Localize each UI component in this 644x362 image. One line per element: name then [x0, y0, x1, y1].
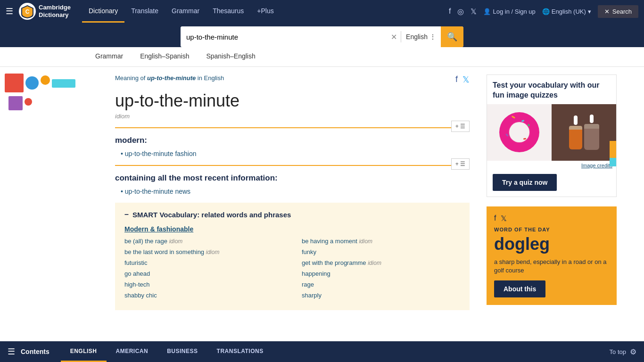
vocab-link-9[interactable]: get with the programme idiom: [302, 259, 460, 266]
search-row: ✕ English ⋮ 🔍: [0, 23, 644, 47]
vocab-link-3[interactable]: futuristic: [124, 259, 283, 266]
twitter-share-icon[interactable]: 𝕏: [462, 74, 470, 85]
vocab-col-left: be (all) the rage idiom be the last word…: [124, 238, 283, 303]
wotd-twitter-icon[interactable]: 𝕏: [501, 214, 507, 223]
wotd-social-links: f 𝕏: [494, 214, 609, 223]
share-icons: f 𝕏: [455, 74, 470, 85]
search-submit-button[interactable]: 🔍: [441, 26, 463, 47]
search-top-button[interactable]: ✕ Search: [598, 5, 638, 18]
subnav-english-spanish[interactable]: English–Spanish: [139, 47, 190, 67]
nav-plus[interactable]: +Plus: [250, 0, 280, 23]
globe-icon: 🌐: [542, 8, 550, 15]
language-selector[interactable]: 🌐 English (UK) ▾: [542, 8, 591, 15]
smart-vocab-toggle[interactable]: – SMART Vocabulary: related words and ph…: [124, 210, 460, 219]
main-layout: Meaning of up-to-the-minute in English f…: [0, 67, 644, 318]
vocab-col-right: be having a moment idiom funky get with …: [302, 238, 460, 303]
subnav-grammar[interactable]: Grammar: [94, 47, 124, 67]
vocab-link-12[interactable]: sharply: [302, 292, 460, 299]
word-of-the-day-box: f 𝕏 WORD OF THE DAY dogleg a sharp bend,…: [487, 206, 617, 305]
deco-circle-orange: [41, 75, 50, 85]
quiz-images: [487, 104, 616, 161]
vocab-link-10[interactable]: happening: [302, 270, 460, 277]
vocab-link-5[interactable]: high-tech: [124, 281, 283, 288]
vocab-section-title[interactable]: Modern & fashionable: [124, 225, 460, 233]
definition-heading-2: containing all the most recent informati…: [115, 173, 470, 183]
image-credits[interactable]: Image credits: [487, 161, 616, 170]
instagram-icon[interactable]: ◎: [457, 7, 464, 16]
main-content: Meaning of up-to-the-minute in English f…: [104, 67, 481, 318]
definition-heading-1: modern:: [115, 136, 470, 145]
top-navigation: ☰ C Cambridge Dictionary Dictionary Tran…: [0, 0, 644, 23]
example-1: up-to-the-minute fashion: [115, 150, 470, 157]
wotd-facebook-icon[interactable]: f: [494, 214, 496, 223]
deco-circle-blue: [25, 76, 39, 90]
quiz-title: Test your vocabulary with our fun image …: [487, 75, 616, 104]
vocab-link-7[interactable]: be having a moment idiom: [302, 238, 460, 245]
facebook-share-icon[interactable]: f: [455, 74, 458, 85]
deco-block-teal: [52, 79, 75, 88]
logo-icon: C: [19, 3, 36, 20]
right-sidebar: Test your vocabulary with our fun image …: [481, 67, 622, 318]
example-2: up-to-the-minute news: [115, 188, 470, 195]
word-title: up-to-the-minute: [115, 91, 470, 111]
facebook-icon[interactable]: f: [449, 7, 451, 16]
hamburger-icon[interactable]: ☰: [6, 6, 13, 16]
sub-navigation: Grammar English–Spanish Spanish–English: [0, 47, 644, 67]
wotd-definition: a sharp bend, especially in a road or on…: [494, 258, 609, 275]
subnav-spanish-english[interactable]: Spanish–English: [205, 47, 256, 67]
login-button[interactable]: 👤 Log in / Sign up: [483, 8, 535, 15]
user-icon: 👤: [483, 8, 491, 15]
left-decoration: [0, 67, 104, 318]
search-input[interactable]: [181, 26, 387, 47]
vocab-columns: be (all) the rage idiom be the last word…: [124, 238, 460, 303]
wotd-label: WORD OF THE DAY: [494, 227, 609, 232]
breadcrumb: Meaning of up-to-the-minute in English: [115, 74, 224, 82]
search-box: ✕ English ⋮ 🔍: [181, 26, 463, 47]
deco-block-red: [5, 74, 24, 92]
accent-orange-bar: [610, 141, 616, 158]
language-filter[interactable]: English ⋮: [401, 33, 441, 41]
collapse-icon: –: [124, 210, 129, 219]
search-icon: 🔍: [447, 32, 457, 42]
nav-grammar[interactable]: Grammar: [165, 0, 206, 23]
nav-thesaurus[interactable]: Thesaurus: [206, 0, 250, 23]
deco-block-purple: [8, 96, 23, 110]
nav-dictionary[interactable]: Dictionary: [82, 0, 124, 23]
dots-icon: ⋮: [429, 33, 436, 41]
chevron-down-icon: ▾: [588, 8, 591, 15]
word-pos: idiom: [115, 113, 470, 120]
vocab-link-8[interactable]: funky: [302, 248, 460, 255]
vocab-link-4[interactable]: go ahead: [124, 270, 283, 277]
about-this-button[interactable]: About this: [494, 280, 545, 297]
vocab-link-11[interactable]: rage: [302, 281, 460, 288]
svg-text:C: C: [25, 8, 30, 15]
vocab-link-1[interactable]: be (all) the rage idiom: [124, 238, 283, 245]
quiz-button[interactable]: Try a quiz now: [493, 174, 557, 191]
logo[interactable]: C Cambridge Dictionary: [19, 3, 71, 20]
nav-right-area: f ◎ 𝕏 👤 Log in / Sign up 🌐 English (UK) …: [449, 5, 638, 18]
deco-circle-red: [25, 98, 32, 106]
vocab-link-2[interactable]: be the last word in something idiom: [124, 248, 283, 255]
logo-text: Cambridge Dictionary: [39, 4, 71, 18]
add-list-button-1[interactable]: + ☰: [451, 121, 470, 132]
add-list-button-2[interactable]: + ☰: [451, 158, 470, 170]
wotd-word: dogleg: [494, 234, 609, 254]
nav-translate[interactable]: Translate: [124, 0, 165, 23]
accent-teal-bar: [610, 158, 616, 166]
smart-vocab-section: – SMART Vocabulary: related words and ph…: [115, 203, 470, 310]
vocab-link-6[interactable]: shabby chic: [124, 292, 283, 299]
close-icon: ✕: [604, 8, 610, 15]
twitter-icon[interactable]: 𝕏: [471, 7, 477, 16]
main-nav-links: Dictionary Translate Grammar Thesaurus +…: [82, 0, 281, 23]
quiz-box: Test your vocabulary with our fun image …: [487, 74, 617, 197]
search-clear-button[interactable]: ✕: [387, 33, 401, 41]
